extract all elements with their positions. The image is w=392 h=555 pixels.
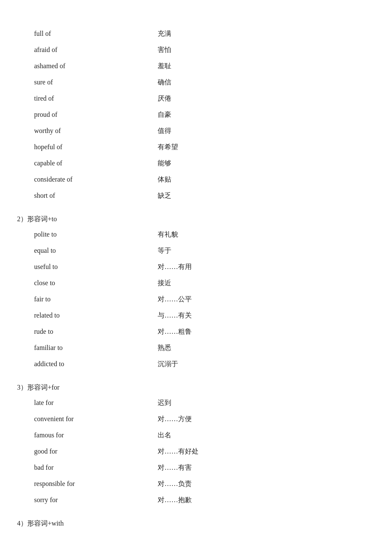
english-term: responsible for <box>34 476 145 492</box>
english-term: late for <box>34 395 145 411</box>
chinese-translation: 能够 <box>145 155 375 171</box>
english-term: convenient for <box>34 411 145 427</box>
english-term: good for <box>34 443 145 460</box>
chinese-translation: 有礼貌 <box>145 226 375 243</box>
list-item: sorry for对……抱歉 <box>34 492 375 508</box>
chinese-translation: 迟到 <box>145 395 375 411</box>
list-item: convenient for对……方便 <box>34 411 375 427</box>
list-item: capable of能够 <box>34 155 375 171</box>
chinese-translation: 沉溺于 <box>145 356 375 372</box>
list-item: familiar to熟悉 <box>34 340 375 356</box>
list-item: tired of厌倦 <box>34 90 375 107</box>
vocab-table-to: polite to有礼貌equal to等于useful to对……有用clos… <box>34 226 375 372</box>
english-term: fair to <box>34 291 145 307</box>
english-term: addicted to <box>34 356 145 372</box>
chinese-translation: 对……有好处 <box>145 443 375 460</box>
chinese-translation: 充满 <box>145 26 375 42</box>
section-with-header: 4）形容词+with <box>17 519 366 528</box>
list-item: equal to等于 <box>34 243 375 259</box>
chinese-translation: 自豪 <box>145 107 375 123</box>
english-term: short of <box>34 188 145 204</box>
list-item: short of缺乏 <box>34 188 375 204</box>
english-term: capable of <box>34 155 145 171</box>
english-term: worthy of <box>34 123 145 139</box>
section-to-header: 2）形容词+to <box>17 215 366 224</box>
list-item: ashamed of羞耻 <box>34 58 375 74</box>
english-term: related to <box>34 307 145 324</box>
chinese-translation: 接近 <box>145 275 375 291</box>
english-term: tired of <box>34 90 145 107</box>
chinese-translation: 有希望 <box>145 139 375 155</box>
list-item: hopeful of有希望 <box>34 139 375 155</box>
english-term: ashamed of <box>34 58 145 74</box>
english-term: afraid of <box>34 42 145 58</box>
chinese-translation: 熟悉 <box>145 340 375 356</box>
chinese-translation: 等于 <box>145 243 375 259</box>
section-to: 2）形容词+to polite to有礼貌equal to等于useful to… <box>26 215 366 372</box>
list-item: polite to有礼貌 <box>34 226 375 243</box>
main-content: full of充满afraid of害怕ashamed of羞耻sure of确… <box>26 26 366 528</box>
section-for-header: 3）形容词+for <box>17 383 366 392</box>
chinese-translation: 对……抱歉 <box>145 492 375 508</box>
vocab-table-for: late for迟到convenient for对……方便famous for出… <box>34 395 375 508</box>
chinese-translation: 出名 <box>145 427 375 443</box>
list-item: late for迟到 <box>34 395 375 411</box>
english-term: considerate of <box>34 171 145 188</box>
list-item: fair to对……公平 <box>34 291 375 307</box>
chinese-translation: 确信 <box>145 74 375 90</box>
english-term: full of <box>34 26 145 42</box>
chinese-translation: 对……负责 <box>145 476 375 492</box>
section-with: 4）形容词+with <box>26 519 366 528</box>
list-item: close to接近 <box>34 275 375 291</box>
english-term: rude to <box>34 324 145 340</box>
chinese-translation: 体贴 <box>145 171 375 188</box>
list-item: sure of确信 <box>34 74 375 90</box>
list-item: famous for出名 <box>34 427 375 443</box>
english-term: sorry for <box>34 492 145 508</box>
english-term: familiar to <box>34 340 145 356</box>
chinese-translation: 缺乏 <box>145 188 375 204</box>
list-item: addicted to沉溺于 <box>34 356 375 372</box>
chinese-translation: 害怕 <box>145 42 375 58</box>
list-item: considerate of体贴 <box>34 171 375 188</box>
chinese-translation: 值得 <box>145 123 375 139</box>
english-term: sure of <box>34 74 145 90</box>
chinese-translation: 对……公平 <box>145 291 375 307</box>
english-term: equal to <box>34 243 145 259</box>
chinese-translation: 与……有关 <box>145 307 375 324</box>
english-term: close to <box>34 275 145 291</box>
list-item: responsible for对……负责 <box>34 476 375 492</box>
chinese-translation: 厌倦 <box>145 90 375 107</box>
list-item: bad for对……有害 <box>34 460 375 476</box>
chinese-translation: 羞耻 <box>145 58 375 74</box>
list-item: good for对……有好处 <box>34 443 375 460</box>
english-term: famous for <box>34 427 145 443</box>
chinese-translation: 对……有害 <box>145 460 375 476</box>
vocab-table-of: full of充满afraid of害怕ashamed of羞耻sure of确… <box>34 26 375 204</box>
english-term: polite to <box>34 226 145 243</box>
chinese-translation: 对……有用 <box>145 259 375 275</box>
list-item: proud of自豪 <box>34 107 375 123</box>
list-item: full of充满 <box>34 26 375 42</box>
list-item: afraid of害怕 <box>34 42 375 58</box>
list-item: rude to对……粗鲁 <box>34 324 375 340</box>
chinese-translation: 对……方便 <box>145 411 375 427</box>
chinese-translation: 对……粗鲁 <box>145 324 375 340</box>
section-of: full of充满afraid of害怕ashamed of羞耻sure of确… <box>26 26 366 204</box>
english-term: proud of <box>34 107 145 123</box>
english-term: bad for <box>34 460 145 476</box>
english-term: hopeful of <box>34 139 145 155</box>
section-for: 3）形容词+for late for迟到convenient for对……方便f… <box>26 383 366 508</box>
list-item: worthy of值得 <box>34 123 375 139</box>
list-item: useful to对……有用 <box>34 259 375 275</box>
list-item: related to与……有关 <box>34 307 375 324</box>
english-term: useful to <box>34 259 145 275</box>
